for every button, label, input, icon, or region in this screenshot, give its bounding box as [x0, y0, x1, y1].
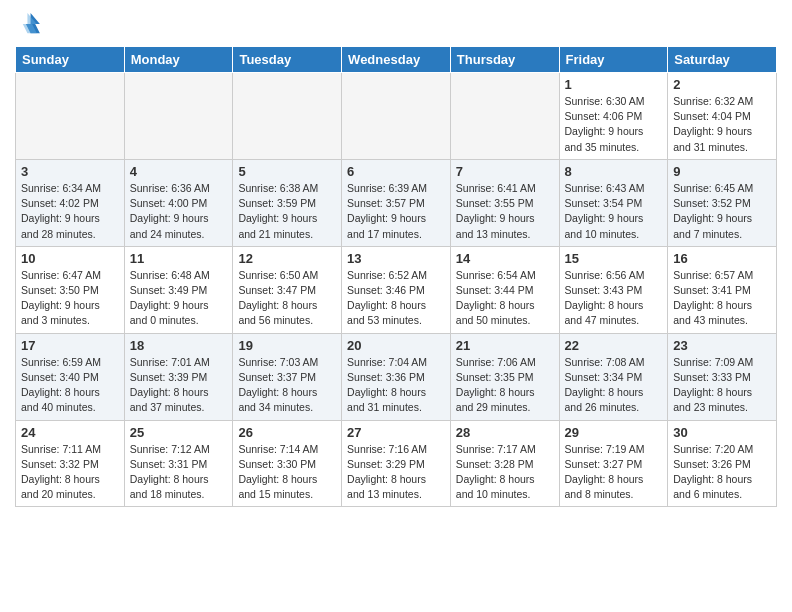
- logo-icon: [15, 10, 43, 38]
- calendar-day: 16Sunrise: 6:57 AM Sunset: 3:41 PM Dayli…: [668, 246, 777, 333]
- calendar-day: 22Sunrise: 7:08 AM Sunset: 3:34 PM Dayli…: [559, 333, 668, 420]
- day-info: Sunrise: 6:59 AM Sunset: 3:40 PM Dayligh…: [21, 355, 119, 416]
- calendar-day: 8Sunrise: 6:43 AM Sunset: 3:54 PM Daylig…: [559, 159, 668, 246]
- calendar-week: 17Sunrise: 6:59 AM Sunset: 3:40 PM Dayli…: [16, 333, 777, 420]
- day-number: 25: [130, 425, 228, 440]
- calendar-day: [233, 73, 342, 160]
- day-number: 1: [565, 77, 663, 92]
- day-info: Sunrise: 6:34 AM Sunset: 4:02 PM Dayligh…: [21, 181, 119, 242]
- calendar-day: 4Sunrise: 6:36 AM Sunset: 4:00 PM Daylig…: [124, 159, 233, 246]
- calendar-week: 10Sunrise: 6:47 AM Sunset: 3:50 PM Dayli…: [16, 246, 777, 333]
- day-number: 29: [565, 425, 663, 440]
- day-number: 10: [21, 251, 119, 266]
- calendar-day: 10Sunrise: 6:47 AM Sunset: 3:50 PM Dayli…: [16, 246, 125, 333]
- day-number: 23: [673, 338, 771, 353]
- day-info: Sunrise: 6:30 AM Sunset: 4:06 PM Dayligh…: [565, 94, 663, 155]
- day-info: Sunrise: 6:56 AM Sunset: 3:43 PM Dayligh…: [565, 268, 663, 329]
- day-info: Sunrise: 7:16 AM Sunset: 3:29 PM Dayligh…: [347, 442, 445, 503]
- day-number: 3: [21, 164, 119, 179]
- day-info: Sunrise: 6:41 AM Sunset: 3:55 PM Dayligh…: [456, 181, 554, 242]
- day-number: 28: [456, 425, 554, 440]
- calendar-day: 30Sunrise: 7:20 AM Sunset: 3:26 PM Dayli…: [668, 420, 777, 507]
- calendar-day: 17Sunrise: 6:59 AM Sunset: 3:40 PM Dayli…: [16, 333, 125, 420]
- day-header: Monday: [124, 47, 233, 73]
- calendar-day: 5Sunrise: 6:38 AM Sunset: 3:59 PM Daylig…: [233, 159, 342, 246]
- day-info: Sunrise: 6:38 AM Sunset: 3:59 PM Dayligh…: [238, 181, 336, 242]
- day-number: 4: [130, 164, 228, 179]
- day-info: Sunrise: 7:09 AM Sunset: 3:33 PM Dayligh…: [673, 355, 771, 416]
- day-info: Sunrise: 6:32 AM Sunset: 4:04 PM Dayligh…: [673, 94, 771, 155]
- day-info: Sunrise: 7:01 AM Sunset: 3:39 PM Dayligh…: [130, 355, 228, 416]
- calendar-week: 1Sunrise: 6:30 AM Sunset: 4:06 PM Daylig…: [16, 73, 777, 160]
- calendar-day: 28Sunrise: 7:17 AM Sunset: 3:28 PM Dayli…: [450, 420, 559, 507]
- calendar-day: 1Sunrise: 6:30 AM Sunset: 4:06 PM Daylig…: [559, 73, 668, 160]
- day-number: 8: [565, 164, 663, 179]
- day-info: Sunrise: 6:52 AM Sunset: 3:46 PM Dayligh…: [347, 268, 445, 329]
- day-info: Sunrise: 6:45 AM Sunset: 3:52 PM Dayligh…: [673, 181, 771, 242]
- day-number: 24: [21, 425, 119, 440]
- day-header: Tuesday: [233, 47, 342, 73]
- header-row: SundayMondayTuesdayWednesdayThursdayFrid…: [16, 47, 777, 73]
- day-header: Saturday: [668, 47, 777, 73]
- day-number: 13: [347, 251, 445, 266]
- calendar-table: SundayMondayTuesdayWednesdayThursdayFrid…: [15, 46, 777, 507]
- day-number: 12: [238, 251, 336, 266]
- logo: [15, 10, 45, 38]
- calendar-day: 27Sunrise: 7:16 AM Sunset: 3:29 PM Dayli…: [342, 420, 451, 507]
- day-number: 2: [673, 77, 771, 92]
- day-number: 26: [238, 425, 336, 440]
- calendar-day: 15Sunrise: 6:56 AM Sunset: 3:43 PM Dayli…: [559, 246, 668, 333]
- calendar-day: 11Sunrise: 6:48 AM Sunset: 3:49 PM Dayli…: [124, 246, 233, 333]
- calendar-day: [450, 73, 559, 160]
- calendar-day: 7Sunrise: 6:41 AM Sunset: 3:55 PM Daylig…: [450, 159, 559, 246]
- day-number: 11: [130, 251, 228, 266]
- day-info: Sunrise: 7:12 AM Sunset: 3:31 PM Dayligh…: [130, 442, 228, 503]
- day-number: 6: [347, 164, 445, 179]
- calendar-day: 2Sunrise: 6:32 AM Sunset: 4:04 PM Daylig…: [668, 73, 777, 160]
- day-number: 19: [238, 338, 336, 353]
- day-info: Sunrise: 7:19 AM Sunset: 3:27 PM Dayligh…: [565, 442, 663, 503]
- calendar-day: 9Sunrise: 6:45 AM Sunset: 3:52 PM Daylig…: [668, 159, 777, 246]
- day-number: 20: [347, 338, 445, 353]
- calendar-day: 3Sunrise: 6:34 AM Sunset: 4:02 PM Daylig…: [16, 159, 125, 246]
- day-info: Sunrise: 6:39 AM Sunset: 3:57 PM Dayligh…: [347, 181, 445, 242]
- day-info: Sunrise: 7:14 AM Sunset: 3:30 PM Dayligh…: [238, 442, 336, 503]
- calendar-day: [124, 73, 233, 160]
- calendar-day: [342, 73, 451, 160]
- day-number: 27: [347, 425, 445, 440]
- day-number: 16: [673, 251, 771, 266]
- calendar-day: 23Sunrise: 7:09 AM Sunset: 3:33 PM Dayli…: [668, 333, 777, 420]
- calendar-day: 18Sunrise: 7:01 AM Sunset: 3:39 PM Dayli…: [124, 333, 233, 420]
- calendar-day: [16, 73, 125, 160]
- day-number: 22: [565, 338, 663, 353]
- page-container: SundayMondayTuesdayWednesdayThursdayFrid…: [0, 0, 792, 517]
- day-number: 17: [21, 338, 119, 353]
- calendar-week: 24Sunrise: 7:11 AM Sunset: 3:32 PM Dayli…: [16, 420, 777, 507]
- calendar-day: 14Sunrise: 6:54 AM Sunset: 3:44 PM Dayli…: [450, 246, 559, 333]
- day-info: Sunrise: 7:03 AM Sunset: 3:37 PM Dayligh…: [238, 355, 336, 416]
- calendar-day: 20Sunrise: 7:04 AM Sunset: 3:36 PM Dayli…: [342, 333, 451, 420]
- day-info: Sunrise: 7:17 AM Sunset: 3:28 PM Dayligh…: [456, 442, 554, 503]
- calendar-day: 21Sunrise: 7:06 AM Sunset: 3:35 PM Dayli…: [450, 333, 559, 420]
- day-info: Sunrise: 6:43 AM Sunset: 3:54 PM Dayligh…: [565, 181, 663, 242]
- day-info: Sunrise: 7:04 AM Sunset: 3:36 PM Dayligh…: [347, 355, 445, 416]
- day-info: Sunrise: 6:47 AM Sunset: 3:50 PM Dayligh…: [21, 268, 119, 329]
- calendar-day: 26Sunrise: 7:14 AM Sunset: 3:30 PM Dayli…: [233, 420, 342, 507]
- day-info: Sunrise: 6:48 AM Sunset: 3:49 PM Dayligh…: [130, 268, 228, 329]
- calendar-day: 19Sunrise: 7:03 AM Sunset: 3:37 PM Dayli…: [233, 333, 342, 420]
- day-info: Sunrise: 7:06 AM Sunset: 3:35 PM Dayligh…: [456, 355, 554, 416]
- day-number: 7: [456, 164, 554, 179]
- day-number: 14: [456, 251, 554, 266]
- calendar-week: 3Sunrise: 6:34 AM Sunset: 4:02 PM Daylig…: [16, 159, 777, 246]
- calendar-day: 25Sunrise: 7:12 AM Sunset: 3:31 PM Dayli…: [124, 420, 233, 507]
- calendar-day: 29Sunrise: 7:19 AM Sunset: 3:27 PM Dayli…: [559, 420, 668, 507]
- calendar-day: 13Sunrise: 6:52 AM Sunset: 3:46 PM Dayli…: [342, 246, 451, 333]
- calendar-day: 12Sunrise: 6:50 AM Sunset: 3:47 PM Dayli…: [233, 246, 342, 333]
- calendar-day: 24Sunrise: 7:11 AM Sunset: 3:32 PM Dayli…: [16, 420, 125, 507]
- day-header: Thursday: [450, 47, 559, 73]
- day-info: Sunrise: 7:08 AM Sunset: 3:34 PM Dayligh…: [565, 355, 663, 416]
- day-number: 15: [565, 251, 663, 266]
- day-number: 18: [130, 338, 228, 353]
- day-info: Sunrise: 7:11 AM Sunset: 3:32 PM Dayligh…: [21, 442, 119, 503]
- page-header: [15, 10, 777, 38]
